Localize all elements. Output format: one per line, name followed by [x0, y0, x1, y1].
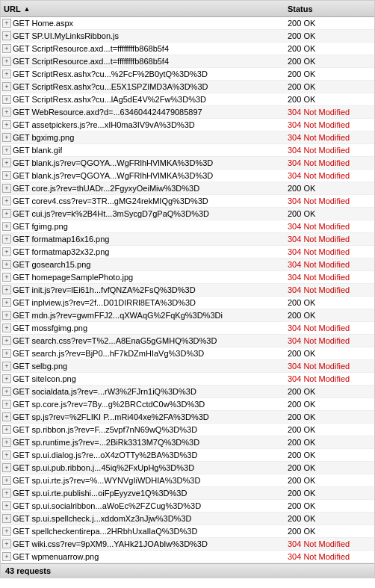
- url-text: GET gosearch15.png: [13, 260, 90, 269]
- expand-button[interactable]: +: [2, 489, 11, 498]
- expand-button[interactable]: +: [2, 527, 11, 536]
- expand-button[interactable]: +: [2, 158, 11, 167]
- table-row[interactable]: +GET search.css?rev=T%2...A8EnaG5gGMHQ%3…: [1, 335, 374, 347]
- expand-button[interactable]: +: [2, 374, 11, 383]
- table-row[interactable]: +GET ScriptResx.ashx?cu...lAg5dE4V%2Fw%3…: [1, 93, 374, 106]
- table-row[interactable]: +GET fgimg.png304 Not Modified: [1, 220, 374, 233]
- table-row[interactable]: +GET blank.gif304 Not Modified: [1, 144, 374, 157]
- status-text: 304 Not Modified: [285, 285, 374, 294]
- expand-button[interactable]: +: [2, 438, 11, 447]
- table-row[interactable]: +GET mdn.js?rev=gwmFFJ2...qXWAqG%2FqKg%3…: [1, 309, 374, 322]
- table-row[interactable]: +GET ScriptResource.axd...t=ffffffffb868…: [1, 43, 374, 55]
- expand-button[interactable]: +: [2, 451, 11, 459]
- url-text: GET sp.ribbon.js?rev=F...z5vpf7nN69wQ%3D…: [13, 425, 197, 434]
- expand-button[interactable]: +: [2, 412, 11, 421]
- expand-button[interactable]: +: [2, 82, 11, 91]
- table-row[interactable]: +GET search.js?rev=BjP0...hF7kDZmHIaVg%3…: [1, 347, 374, 360]
- table-row[interactable]: +GET mossfgimg.png304 Not Modified: [1, 322, 374, 335]
- table-row[interactable]: +GET blank.js?rev=QGOYA...WgFRlhHVlMKA%3…: [1, 170, 374, 182]
- expand-button[interactable]: +: [2, 120, 11, 129]
- table-row[interactable]: +GET gosearch15.png304 Not Modified: [1, 259, 374, 271]
- expand-button[interactable]: +: [2, 552, 11, 561]
- table-row[interactable]: +GET sp.ui.socialribbon...aWoEc%2FZCug%3…: [1, 500, 374, 513]
- expand-button[interactable]: +: [2, 184, 11, 193]
- table-row[interactable]: +GET socialdata.js?rev=...rW3%2FJrn1iQ%3…: [1, 386, 374, 398]
- status-text: 304 Not Modified: [285, 273, 374, 282]
- expand-button[interactable]: +: [2, 324, 11, 332]
- expand-button[interactable]: +: [2, 387, 11, 396]
- table-row[interactable]: +GET sp.runtime.js?rev=...2BiRk3313M7Q%3…: [1, 436, 374, 449]
- expand-button[interactable]: +: [2, 133, 11, 142]
- expand-button[interactable]: +: [2, 260, 11, 269]
- table-row[interactable]: +GET homepageSamplePhoto.jpg304 Not Modi…: [1, 271, 374, 284]
- expand-button[interactable]: +: [2, 108, 11, 117]
- url-text: GET sp.ui.socialribbon...aWoEc%2FZCug%3D…: [13, 501, 201, 510]
- table-row[interactable]: +GET wiki.css?rev=9pXM9...YAHk21JOAbIw%3…: [1, 538, 374, 551]
- table-row[interactable]: +GET ScriptResx.ashx?cu...%2FcF%2B0ytQ%3…: [1, 68, 374, 81]
- expand-button[interactable]: +: [2, 349, 11, 358]
- url-text: GET mossfgimg.png: [13, 324, 87, 332]
- table-row[interactable]: +GET Home.aspx200 OK: [1, 17, 374, 30]
- expand-button[interactable]: +: [2, 285, 11, 294]
- url-text: GET ScriptResource.axd...t=ffffffffb868b…: [13, 44, 169, 53]
- expand-button[interactable]: +: [2, 222, 11, 231]
- expand-button[interactable]: +: [2, 69, 11, 78]
- expand-button[interactable]: +: [2, 336, 11, 345]
- table-row[interactable]: +GET wpmenuarrow.png304 Not Modified: [1, 551, 374, 563]
- expand-button[interactable]: +: [2, 501, 11, 510]
- table-row[interactable]: +GET siteIcon.png304 Not Modified: [1, 373, 374, 386]
- table-row[interactable]: +GET sp.ui.rte.js?rev=%...WYNVgIiWDHIA%3…: [1, 474, 374, 487]
- url-text: GET socialdata.js?rev=...rW3%2FJrn1iQ%3D…: [13, 387, 196, 396]
- expand-button[interactable]: +: [2, 31, 11, 40]
- table-row[interactable]: +GET formatmap32x32.png304 Not Modified: [1, 246, 374, 259]
- table-row[interactable]: +GET sp.ui.rte.publishi...oiFpEyyzve1Q%3…: [1, 487, 374, 500]
- table-row[interactable]: +GET bgximg.png304 Not Modified: [1, 131, 374, 144]
- expand-button[interactable]: +: [2, 400, 11, 409]
- expand-button[interactable]: +: [2, 19, 11, 28]
- expand-button[interactable]: +: [2, 196, 11, 205]
- expand-button[interactable]: +: [2, 146, 11, 155]
- expand-button[interactable]: +: [2, 425, 11, 434]
- expand-button[interactable]: +: [2, 298, 11, 307]
- table-row[interactable]: +GET selbg.png304 Not Modified: [1, 360, 374, 373]
- table-row[interactable]: +GET sp.js?rev=%2FLIKI P...mRi404xe%2FA%…: [1, 411, 374, 424]
- table-row[interactable]: +GET sp.ui.dialog.js?re...oX4zOTTy%2BA%3…: [1, 449, 374, 462]
- expand-button[interactable]: +: [2, 311, 11, 320]
- url-text: GET Home.aspx: [13, 19, 73, 28]
- expand-button[interactable]: +: [2, 476, 11, 485]
- url-column-header[interactable]: URL ▲: [1, 4, 285, 13]
- table-row[interactable]: +GET spellcheckentirepa...2HRbhUxaIlaQ%3…: [1, 525, 374, 538]
- expand-button[interactable]: +: [2, 273, 11, 282]
- status-text: 200 OK: [285, 69, 374, 78]
- table-row[interactable]: +GET ScriptResx.ashx?cu...E5X1SPZIMD3A%3…: [1, 81, 374, 93]
- expand-button[interactable]: +: [2, 44, 11, 53]
- expand-button[interactable]: +: [2, 362, 11, 371]
- expand-button[interactable]: +: [2, 247, 11, 256]
- table-row[interactable]: +GET sp.ui.pub.ribbon.j...45iq%2FxUpHg%3…: [1, 462, 374, 474]
- table-row[interactable]: +GET formatmap16x16.png304 Not Modified: [1, 233, 374, 246]
- table-row[interactable]: +GET init.js?rev=lEi61h...fvfQNZA%2FsQ%3…: [1, 284, 374, 297]
- expand-button[interactable]: +: [2, 57, 11, 66]
- table-row[interactable]: +GET SP.UI.MyLinksRibbon.js200 OK: [1, 30, 374, 43]
- status-text: 200 OK: [285, 501, 374, 510]
- table-row[interactable]: +GET cui.js?rev=k%2B4Ht...3mSycgD7gPaQ%3…: [1, 208, 374, 220]
- table-row[interactable]: +GET assetpickers.js?re...xIH0ma3IV9vA%3…: [1, 119, 374, 131]
- url-text: GET spellcheckentirepa...2HRbhUxaIlaQ%3D…: [13, 527, 197, 536]
- status-text: 200 OK: [285, 514, 374, 523]
- table-row[interactable]: +GET ScriptResource.axd...t=ffffffffb868…: [1, 55, 374, 68]
- table-row[interactable]: +GET corev4.css?rev=3TR...gMG24rekMIQg%3…: [1, 195, 374, 208]
- table-row[interactable]: +GET WebResource.axd?d=...63460442447908…: [1, 106, 374, 119]
- table-row[interactable]: +GET sp.ribbon.js?rev=F...z5vpf7nN69wQ%3…: [1, 424, 374, 436]
- table-row[interactable]: +GET inplview.js?rev=2f...D01DIRRl8ETA%3…: [1, 297, 374, 309]
- table-row[interactable]: +GET core.js?rev=thUADr...2FgyxyOeiMiw%3…: [1, 182, 374, 195]
- table-row[interactable]: +GET blank.js?rev=QGOYA...WgFRlhHVlMKA%3…: [1, 157, 374, 170]
- expand-button[interactable]: +: [2, 235, 11, 244]
- expand-button[interactable]: +: [2, 171, 11, 180]
- expand-button[interactable]: +: [2, 209, 11, 218]
- expand-button[interactable]: +: [2, 95, 11, 104]
- table-row[interactable]: +GET sp.core.js?rev=7By...g%2BRCctdC0w%3…: [1, 398, 374, 411]
- expand-button[interactable]: +: [2, 514, 11, 523]
- table-row[interactable]: +GET sp.ui.spellcheck.j...xddomXz3nJjw%3…: [1, 513, 374, 525]
- expand-button[interactable]: +: [2, 463, 11, 472]
- expand-button[interactable]: +: [2, 539, 11, 548]
